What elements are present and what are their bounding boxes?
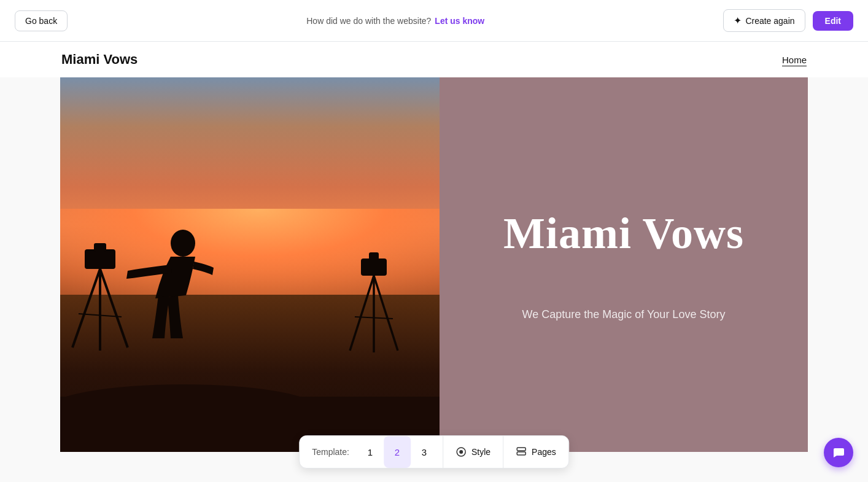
- svg-rect-17: [517, 448, 525, 451]
- style-label: Style: [471, 447, 490, 457]
- chat-icon: [832, 446, 845, 459]
- go-back-button[interactable]: Go back: [15, 10, 68, 31]
- hero-subtitle: We Capture the Magic of Your Love Story: [522, 308, 726, 321]
- create-again-label: Create again: [745, 16, 794, 26]
- header: Go back How did we do with the website? …: [0, 0, 868, 42]
- pages-icon: [516, 446, 527, 457]
- template-label: Template:: [304, 447, 357, 457]
- svg-rect-9: [361, 258, 387, 276]
- svg-line-7: [100, 269, 128, 348]
- header-actions: ✦ Create again Edit: [723, 9, 853, 32]
- bottom-toolbar: Template: 1 2 3 Style Pages: [299, 435, 569, 468]
- svg-line-5: [72, 269, 100, 348]
- hero-title: Miami Vows: [503, 208, 744, 259]
- svg-rect-18: [517, 452, 525, 455]
- template-2-button[interactable]: 2: [384, 436, 411, 468]
- hero-text-panel: Miami Vows We Capture the Magic of Your …: [440, 77, 808, 452]
- svg-point-16: [459, 450, 463, 454]
- chat-button[interactable]: [824, 438, 853, 467]
- site-navigation: Miami Vows Home: [0, 42, 868, 77]
- svg-rect-4: [94, 243, 106, 252]
- hero-section: Miami Vows We Capture the Magic of Your …: [0, 77, 868, 482]
- svg-rect-10: [369, 252, 379, 260]
- create-again-button[interactable]: ✦ Create again: [723, 9, 805, 32]
- template-selector: Template: 1 2 3: [300, 436, 443, 468]
- style-icon: [455, 446, 467, 457]
- let-us-know-link[interactable]: Let us know: [435, 16, 484, 26]
- svg-line-11: [350, 276, 374, 351]
- sparkle-icon: ✦: [734, 15, 742, 26]
- edit-button[interactable]: Edit: [813, 11, 853, 31]
- site-title: Miami Vows: [61, 52, 138, 68]
- svg-point-2: [171, 230, 195, 257]
- template-1-button[interactable]: 1: [357, 436, 384, 468]
- pages-button[interactable]: Pages: [503, 436, 568, 468]
- pages-label: Pages: [532, 447, 556, 457]
- svg-rect-3: [85, 249, 115, 269]
- style-button[interactable]: Style: [443, 436, 503, 468]
- header-feedback: How did we do with the website? Let us k…: [306, 16, 484, 26]
- template-3-button[interactable]: 3: [411, 436, 438, 468]
- main-content: Miami Vows We Capture the Magic of Your …: [0, 77, 868, 482]
- feedback-text: How did we do with the website?: [306, 16, 431, 26]
- home-nav-link[interactable]: Home: [782, 55, 807, 65]
- svg-line-13: [374, 276, 398, 351]
